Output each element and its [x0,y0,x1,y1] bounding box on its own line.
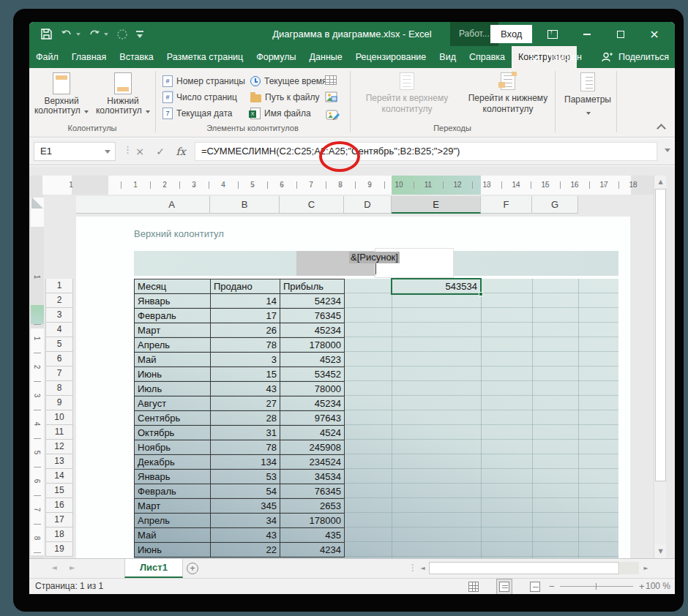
format-picture-button[interactable] [324,108,341,122]
expand-formula-bar-icon[interactable] [665,149,670,152]
page-count-button[interactable]: #Число страниц [162,90,237,105]
scroll-down-icon[interactable]: ▼ [655,546,666,557]
add-sheet-button[interactable]: + [187,563,198,574]
table-row[interactable]: Июнь 15 53452 [135,367,344,382]
table-row[interactable]: Август 27 45234 [135,397,344,411]
column-header-F[interactable]: F [481,196,532,214]
sheet-nav-right-icon[interactable]: ► [70,563,75,571]
formula-input[interactable]: =СУММЕСЛИМН(C2:C25;A2:A25;"Сентябрь";B2:… [195,142,657,161]
data-table[interactable]: Месяц Продано Прибыль Январь 14 54234 [134,279,345,557]
ribbon-tab[interactable]: Разметка страниц [160,46,250,68]
picture-button[interactable] [322,89,340,104]
ribbon-tab[interactable]: Формулы [250,46,302,68]
ribbon-tab[interactable]: Данные [303,46,349,68]
table-row[interactable]: Апрель 78 178000 [135,338,344,353]
ribbon-tab[interactable]: Справка [463,46,512,68]
vertical-scroll-track[interactable] [655,481,666,544]
row-header[interactable]: 12 [45,440,73,454]
row-header[interactable]: 14 [45,469,73,484]
tabbar-splitter[interactable]: ⋮ [408,563,417,573]
ribbon-tab[interactable]: Файл [29,46,65,68]
enter-formula-button[interactable]: ✓ [151,142,170,161]
column-header-D[interactable]: D [344,196,392,214]
row-header[interactable]: 7 [45,367,73,381]
close-button[interactable]: × [647,22,662,46]
table-row[interactable]: Май 43 435 [135,528,344,543]
column-header-C[interactable]: C [280,196,344,214]
page-break-view-button[interactable] [530,582,540,592]
sheet-nav-left-icon[interactable]: ◄ [51,563,57,571]
table-row[interactable]: Апрель 34 178000 [135,514,344,528]
vertical-scroll-thumb[interactable] [655,189,666,481]
column-header-A[interactable]: A [134,196,210,214]
column-header-G[interactable]: G [532,196,578,214]
table-row[interactable]: Март 26 45234 [135,323,344,338]
table-row[interactable]: Март 345 2653 [135,499,344,514]
table-row[interactable]: Декабрь 134 234524 [135,455,344,470]
row-header[interactable]: 17 [45,513,73,527]
scroll-left-icon[interactable]: ◄ [417,563,428,574]
row-header[interactable]: 9 [45,396,73,410]
sheet-tab-list1[interactable]: Лист1 [124,559,183,578]
scroll-right-icon[interactable]: ► [640,563,651,574]
active-cell-E1[interactable]: 543534 [391,278,482,295]
row-header[interactable]: 19 [45,542,73,557]
table-row[interactable]: Июнь 22 4234 [135,543,344,557]
assistant-label[interactable]: Помощн [546,52,582,62]
row-header[interactable]: 4 [45,323,73,337]
maximize-button[interactable] [613,22,628,46]
options-button[interactable]: Параметры [533,72,643,118]
name-box[interactable]: E1 [34,142,116,161]
ribbon-display-options-button[interactable] [545,22,560,46]
page-number-button[interactable]: #Номер страницы [162,74,245,89]
zoom-level[interactable]: 100 % [646,579,670,594]
row-header[interactable]: 3 [45,308,73,323]
ribbon-tab[interactable]: Рецензирование [349,46,433,68]
cancel-formula-button[interactable]: × [130,142,149,161]
current-time-button[interactable]: Текущее время [250,74,327,89]
footer-button[interactable]: Нижний колонтитул [94,71,152,122]
table-row[interactable]: Январь 53 34534 [135,470,344,484]
normal-view-button[interactable] [468,582,479,592]
assistant-lightbulb-icon[interactable] [530,51,540,63]
file-path-button[interactable]: Путь к файлу [250,90,320,105]
horizontal-scroll-track[interactable] [620,562,639,574]
row-header[interactable]: 10 [45,410,73,425]
vertical-scrollbar[interactable]: ▲ ▼ [654,176,666,558]
table-header-row[interactable]: Месяц Продано Прибыль [135,279,344,294]
zoom-out-button[interactable]: − [549,579,555,594]
row-header[interactable]: 8 [45,381,73,396]
zoom-in-button[interactable]: + [639,579,645,594]
share-label[interactable]: Поделиться [618,52,669,62]
ribbon-tab[interactable]: Вставка [113,46,160,68]
file-name-button[interactable]: Имя файла [250,106,311,121]
horizontal-scroll-thumb[interactable] [429,562,619,574]
table-row[interactable]: Октябрь 31 4524 [135,426,344,440]
table-row[interactable]: Сентябрь 28 97643 [135,411,344,426]
row-header[interactable]: 1 [45,279,73,293]
current-date-button[interactable]: 7Текущая дата [162,106,233,121]
row-header[interactable]: 13 [45,454,73,469]
table-row[interactable]: Январь 14 54234 [135,294,344,309]
sheet-name-button[interactable] [322,72,340,87]
header-button[interactable]: Верхний колонтитул [32,71,91,122]
column-header-B[interactable]: B [210,196,280,214]
row-header[interactable]: 18 [45,527,73,542]
collapse-ribbon-icon[interactable] [657,124,666,133]
fill-handle[interactable] [479,292,483,296]
minimize-button[interactable] [580,22,594,46]
row-header[interactable]: 6 [45,352,73,367]
row-header[interactable]: 11 [45,425,73,440]
insert-function-button[interactable]: fx [171,142,190,161]
row-header[interactable]: 16 [45,498,73,513]
share-person-icon[interactable] [601,52,613,62]
ribbon-tab[interactable]: Вид [433,46,463,68]
row-header[interactable]: 2 [45,293,73,308]
table-row[interactable]: Февраль 17 76345 [135,309,344,323]
row-header[interactable]: 15 [45,484,73,498]
page-layout-view-button[interactable] [499,582,509,592]
table-row[interactable]: Ноябрь 78 245908 [135,440,344,455]
horizontal-scrollbar[interactable]: ◄ ► [417,561,653,575]
table-row[interactable]: Февраль 54 76345 [135,484,344,499]
table-row[interactable]: Май 3 4523 [135,353,344,367]
